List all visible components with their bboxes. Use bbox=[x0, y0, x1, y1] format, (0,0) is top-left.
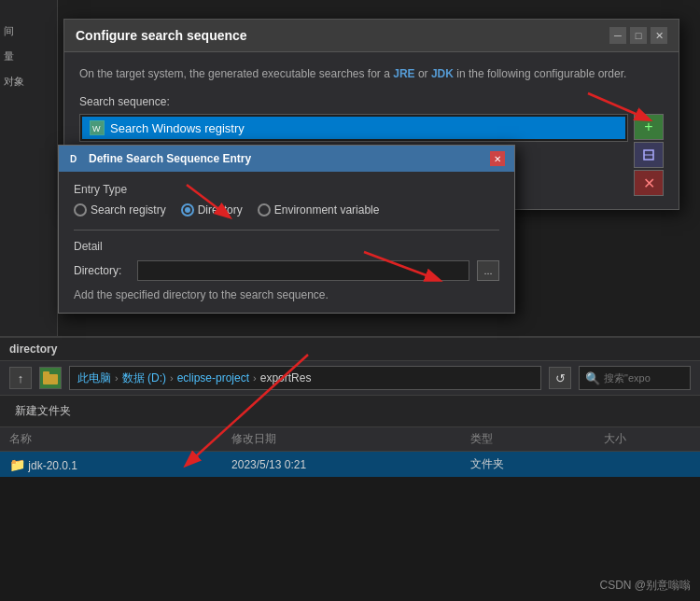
breadcrumb-sep-1: › bbox=[115, 372, 119, 384]
col-type: 类型 bbox=[461, 427, 595, 452]
sidebar-item-3: 对象 bbox=[0, 69, 57, 94]
breadcrumb-eclipse[interactable]: eclipse-project bbox=[177, 371, 249, 384]
edit-sequence-button[interactable] bbox=[634, 142, 664, 168]
detail-label: Detail bbox=[74, 240, 499, 253]
search-sequence-list: W Search Windows registry bbox=[79, 114, 628, 142]
file-browser: directory ↑ 此电脑 › 数据 (D:) › eclipse-proj… bbox=[0, 336, 700, 601]
action-buttons: + ✕ bbox=[634, 114, 664, 196]
col-size: 大小 bbox=[595, 427, 700, 452]
browser-title: directory bbox=[0, 338, 700, 361]
entry-type-label: Entry Type bbox=[74, 183, 499, 196]
sequence-item-label: Search Windows registry bbox=[110, 121, 245, 135]
search-bar: 🔍 bbox=[579, 366, 691, 390]
define-search-title: Define Search Sequence Entry bbox=[89, 152, 251, 165]
col-date: 修改日期 bbox=[222, 427, 461, 452]
configure-dialog-description: On the target system, the generated exec… bbox=[79, 65, 664, 82]
breadcrumb-bar: 此电脑 › 数据 (D:) › eclipse-project › export… bbox=[69, 366, 541, 390]
configure-minimize-button[interactable]: ─ bbox=[609, 27, 626, 44]
configure-dialog-titlebar: Configure search sequence ─ □ ✕ bbox=[64, 20, 679, 52]
radio-label-env-variable: Environment variable bbox=[274, 203, 380, 217]
refresh-button[interactable]: ↺ bbox=[549, 367, 571, 389]
sequence-item-icon: W bbox=[90, 120, 105, 135]
svg-text:W: W bbox=[92, 124, 101, 133]
new-folder-button[interactable]: 新建文件夹 bbox=[9, 401, 77, 421]
radio-label-search-registry: Search registry bbox=[91, 203, 166, 217]
radio-option-env-variable[interactable]: Environment variable bbox=[258, 203, 380, 217]
define-search-dialog: D Define Search Sequence Entry ✕ Entry T… bbox=[58, 145, 515, 314]
radio-circle-env-variable bbox=[258, 203, 271, 217]
configure-maximize-button[interactable]: □ bbox=[630, 27, 647, 44]
sidebar-item-1: 间 bbox=[0, 19, 57, 44]
radio-circle-directory bbox=[181, 203, 194, 217]
folder-icon bbox=[9, 457, 25, 472]
svg-rect-7 bbox=[43, 371, 49, 376]
search-icon: 🔍 bbox=[585, 371, 600, 385]
breadcrumb-folder-icon bbox=[39, 367, 62, 389]
configure-dialog-title: Configure search sequence bbox=[76, 28, 247, 43]
define-search-body: Entry Type Search registry Directory Env… bbox=[59, 172, 514, 313]
add-directory-description: Add the specified directory to the searc… bbox=[74, 288, 499, 301]
define-dialog-icon: D bbox=[68, 151, 83, 166]
define-search-close-button[interactable]: ✕ bbox=[490, 151, 505, 166]
radio-circle-search-registry bbox=[74, 203, 87, 217]
add-sequence-button[interactable]: + bbox=[634, 114, 664, 140]
file-name: jdk-20.0.1 bbox=[28, 459, 77, 472]
radio-group-entry-type: Search registry Directory Environment va… bbox=[74, 203, 499, 217]
search-input[interactable] bbox=[604, 372, 679, 384]
breadcrumb-sep-2: › bbox=[170, 372, 174, 384]
svg-text:D: D bbox=[70, 154, 77, 164]
detail-section: Detail Directory: ... Add the specified … bbox=[74, 230, 499, 301]
sidebar-item-2: 量 bbox=[0, 44, 57, 69]
delete-sequence-button[interactable]: ✕ bbox=[634, 170, 664, 196]
breadcrumb-exportres[interactable]: exportRes bbox=[260, 371, 312, 384]
directory-input[interactable] bbox=[137, 260, 469, 281]
radio-option-search-registry[interactable]: Search registry bbox=[74, 203, 166, 217]
define-search-titlebar: D Define Search Sequence Entry ✕ bbox=[59, 146, 514, 172]
file-size-cell bbox=[595, 452, 700, 478]
configure-close-button[interactable]: ✕ bbox=[651, 27, 667, 44]
watermark: CSDN @别意嗡嗡 bbox=[599, 578, 691, 594]
file-name-cell: jdk-20.0.1 bbox=[0, 452, 222, 478]
sequence-item-registry[interactable]: W Search Windows registry bbox=[82, 117, 625, 139]
browser-toolbar: ↑ 此电脑 › 数据 (D:) › eclipse-project › expo… bbox=[0, 361, 700, 396]
file-type-cell: 文件夹 bbox=[461, 452, 595, 478]
nav-up-button[interactable]: ↑ bbox=[9, 367, 32, 389]
breadcrumb-pc[interactable]: 此电脑 bbox=[77, 370, 111, 386]
directory-row: Directory: ... bbox=[74, 260, 499, 281]
breadcrumb-drive[interactable]: 数据 (D:) bbox=[122, 370, 166, 386]
browser-actions: 新建文件夹 bbox=[0, 396, 700, 427]
file-table: 名称 修改日期 类型 大小 jdk-20.0.1 2023/5/13 0:21 … bbox=[0, 427, 700, 477]
table-row[interactable]: jdk-20.0.1 2023/5/13 0:21 文件夹 bbox=[0, 452, 700, 478]
configure-dialog-controls: ─ □ ✕ bbox=[609, 27, 667, 44]
file-table-header: 名称 修改日期 类型 大小 bbox=[0, 427, 700, 452]
file-date-cell: 2023/5/13 0:21 bbox=[222, 452, 461, 478]
breadcrumb-sep-3: › bbox=[253, 372, 257, 384]
directory-field-label: Directory: bbox=[74, 264, 130, 277]
col-name: 名称 bbox=[0, 427, 222, 452]
search-sequence-label: Search sequence: bbox=[79, 95, 664, 108]
radio-label-directory: Directory bbox=[198, 203, 243, 217]
radio-option-directory[interactable]: Directory bbox=[181, 203, 243, 217]
directory-browse-button[interactable]: ... bbox=[477, 260, 499, 281]
